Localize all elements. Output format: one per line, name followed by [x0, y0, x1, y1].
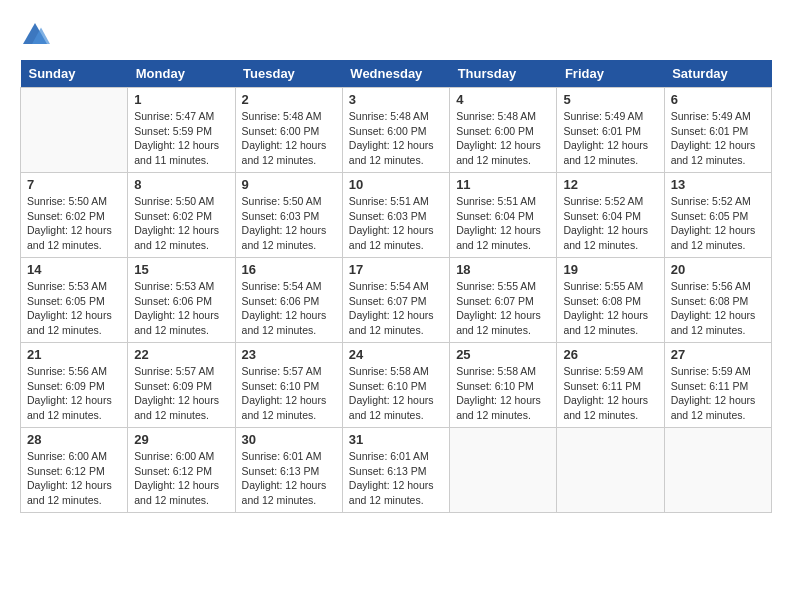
day-number: 18: [456, 262, 550, 277]
day-info: Sunrise: 6:01 AM Sunset: 6:13 PM Dayligh…: [242, 449, 336, 508]
day-number: 21: [27, 347, 121, 362]
calendar-cell: 31Sunrise: 6:01 AM Sunset: 6:13 PM Dayli…: [342, 428, 449, 513]
day-number: 2: [242, 92, 336, 107]
calendar-cell: 11Sunrise: 5:51 AM Sunset: 6:04 PM Dayli…: [450, 173, 557, 258]
day-info: Sunrise: 5:48 AM Sunset: 6:00 PM Dayligh…: [456, 109, 550, 168]
day-info: Sunrise: 5:57 AM Sunset: 6:10 PM Dayligh…: [242, 364, 336, 423]
day-info: Sunrise: 5:59 AM Sunset: 6:11 PM Dayligh…: [671, 364, 765, 423]
calendar-week-1: 1Sunrise: 5:47 AM Sunset: 5:59 PM Daylig…: [21, 88, 772, 173]
calendar-cell: 12Sunrise: 5:52 AM Sunset: 6:04 PM Dayli…: [557, 173, 664, 258]
calendar-week-5: 28Sunrise: 6:00 AM Sunset: 6:12 PM Dayli…: [21, 428, 772, 513]
weekday-header-sunday: Sunday: [21, 60, 128, 88]
calendar-cell: 14Sunrise: 5:53 AM Sunset: 6:05 PM Dayli…: [21, 258, 128, 343]
day-info: Sunrise: 5:48 AM Sunset: 6:00 PM Dayligh…: [242, 109, 336, 168]
day-info: Sunrise: 5:47 AM Sunset: 5:59 PM Dayligh…: [134, 109, 228, 168]
day-number: 3: [349, 92, 443, 107]
day-number: 29: [134, 432, 228, 447]
calendar-cell: [664, 428, 771, 513]
day-number: 10: [349, 177, 443, 192]
calendar-cell: [450, 428, 557, 513]
day-number: 31: [349, 432, 443, 447]
calendar-cell: 9Sunrise: 5:50 AM Sunset: 6:03 PM Daylig…: [235, 173, 342, 258]
day-number: 28: [27, 432, 121, 447]
day-info: Sunrise: 5:49 AM Sunset: 6:01 PM Dayligh…: [563, 109, 657, 168]
calendar-cell: 18Sunrise: 5:55 AM Sunset: 6:07 PM Dayli…: [450, 258, 557, 343]
day-number: 7: [27, 177, 121, 192]
day-number: 22: [134, 347, 228, 362]
day-info: Sunrise: 5:51 AM Sunset: 6:03 PM Dayligh…: [349, 194, 443, 253]
day-info: Sunrise: 5:58 AM Sunset: 6:10 PM Dayligh…: [349, 364, 443, 423]
day-info: Sunrise: 5:49 AM Sunset: 6:01 PM Dayligh…: [671, 109, 765, 168]
day-info: Sunrise: 5:52 AM Sunset: 6:05 PM Dayligh…: [671, 194, 765, 253]
weekday-header-monday: Monday: [128, 60, 235, 88]
calendar-cell: 4Sunrise: 5:48 AM Sunset: 6:00 PM Daylig…: [450, 88, 557, 173]
day-info: Sunrise: 5:58 AM Sunset: 6:10 PM Dayligh…: [456, 364, 550, 423]
day-info: Sunrise: 5:56 AM Sunset: 6:09 PM Dayligh…: [27, 364, 121, 423]
logo-icon: [20, 20, 50, 50]
day-number: 26: [563, 347, 657, 362]
day-info: Sunrise: 5:48 AM Sunset: 6:00 PM Dayligh…: [349, 109, 443, 168]
day-number: 6: [671, 92, 765, 107]
calendar-header-row: SundayMondayTuesdayWednesdayThursdayFrid…: [21, 60, 772, 88]
day-info: Sunrise: 5:54 AM Sunset: 6:06 PM Dayligh…: [242, 279, 336, 338]
calendar-cell: 17Sunrise: 5:54 AM Sunset: 6:07 PM Dayli…: [342, 258, 449, 343]
calendar-cell: 7Sunrise: 5:50 AM Sunset: 6:02 PM Daylig…: [21, 173, 128, 258]
day-info: Sunrise: 5:50 AM Sunset: 6:02 PM Dayligh…: [134, 194, 228, 253]
calendar-cell: 20Sunrise: 5:56 AM Sunset: 6:08 PM Dayli…: [664, 258, 771, 343]
day-number: 20: [671, 262, 765, 277]
day-info: Sunrise: 6:00 AM Sunset: 6:12 PM Dayligh…: [27, 449, 121, 508]
calendar-table: SundayMondayTuesdayWednesdayThursdayFrid…: [20, 60, 772, 513]
day-info: Sunrise: 5:52 AM Sunset: 6:04 PM Dayligh…: [563, 194, 657, 253]
calendar-week-2: 7Sunrise: 5:50 AM Sunset: 6:02 PM Daylig…: [21, 173, 772, 258]
day-number: 17: [349, 262, 443, 277]
day-number: 12: [563, 177, 657, 192]
calendar-week-3: 14Sunrise: 5:53 AM Sunset: 6:05 PM Dayli…: [21, 258, 772, 343]
day-info: Sunrise: 6:00 AM Sunset: 6:12 PM Dayligh…: [134, 449, 228, 508]
weekday-header-thursday: Thursday: [450, 60, 557, 88]
day-number: 19: [563, 262, 657, 277]
calendar-cell: 25Sunrise: 5:58 AM Sunset: 6:10 PM Dayli…: [450, 343, 557, 428]
day-number: 8: [134, 177, 228, 192]
day-info: Sunrise: 6:01 AM Sunset: 6:13 PM Dayligh…: [349, 449, 443, 508]
day-number: 4: [456, 92, 550, 107]
weekday-header-tuesday: Tuesday: [235, 60, 342, 88]
day-number: 9: [242, 177, 336, 192]
day-number: 1: [134, 92, 228, 107]
calendar-cell: 23Sunrise: 5:57 AM Sunset: 6:10 PM Dayli…: [235, 343, 342, 428]
day-number: 23: [242, 347, 336, 362]
day-number: 30: [242, 432, 336, 447]
day-info: Sunrise: 5:51 AM Sunset: 6:04 PM Dayligh…: [456, 194, 550, 253]
day-number: 25: [456, 347, 550, 362]
calendar-cell: [21, 88, 128, 173]
calendar-cell: 29Sunrise: 6:00 AM Sunset: 6:12 PM Dayli…: [128, 428, 235, 513]
page-header: [20, 20, 772, 50]
weekday-header-wednesday: Wednesday: [342, 60, 449, 88]
day-number: 16: [242, 262, 336, 277]
day-number: 27: [671, 347, 765, 362]
day-number: 14: [27, 262, 121, 277]
day-info: Sunrise: 5:57 AM Sunset: 6:09 PM Dayligh…: [134, 364, 228, 423]
day-info: Sunrise: 5:53 AM Sunset: 6:05 PM Dayligh…: [27, 279, 121, 338]
calendar-cell: 1Sunrise: 5:47 AM Sunset: 5:59 PM Daylig…: [128, 88, 235, 173]
calendar-cell: 6Sunrise: 5:49 AM Sunset: 6:01 PM Daylig…: [664, 88, 771, 173]
calendar-cell: 24Sunrise: 5:58 AM Sunset: 6:10 PM Dayli…: [342, 343, 449, 428]
weekday-header-saturday: Saturday: [664, 60, 771, 88]
day-number: 11: [456, 177, 550, 192]
calendar-cell: 27Sunrise: 5:59 AM Sunset: 6:11 PM Dayli…: [664, 343, 771, 428]
calendar-cell: 13Sunrise: 5:52 AM Sunset: 6:05 PM Dayli…: [664, 173, 771, 258]
day-info: Sunrise: 5:55 AM Sunset: 6:07 PM Dayligh…: [456, 279, 550, 338]
day-number: 15: [134, 262, 228, 277]
calendar-cell: 16Sunrise: 5:54 AM Sunset: 6:06 PM Dayli…: [235, 258, 342, 343]
day-number: 5: [563, 92, 657, 107]
calendar-cell: 30Sunrise: 6:01 AM Sunset: 6:13 PM Dayli…: [235, 428, 342, 513]
calendar-cell: 8Sunrise: 5:50 AM Sunset: 6:02 PM Daylig…: [128, 173, 235, 258]
calendar-cell: 28Sunrise: 6:00 AM Sunset: 6:12 PM Dayli…: [21, 428, 128, 513]
calendar-cell: 3Sunrise: 5:48 AM Sunset: 6:00 PM Daylig…: [342, 88, 449, 173]
logo: [20, 20, 54, 50]
day-info: Sunrise: 5:50 AM Sunset: 6:03 PM Dayligh…: [242, 194, 336, 253]
day-info: Sunrise: 5:50 AM Sunset: 6:02 PM Dayligh…: [27, 194, 121, 253]
weekday-header-friday: Friday: [557, 60, 664, 88]
day-info: Sunrise: 5:56 AM Sunset: 6:08 PM Dayligh…: [671, 279, 765, 338]
calendar-cell: 2Sunrise: 5:48 AM Sunset: 6:00 PM Daylig…: [235, 88, 342, 173]
calendar-cell: 19Sunrise: 5:55 AM Sunset: 6:08 PM Dayli…: [557, 258, 664, 343]
